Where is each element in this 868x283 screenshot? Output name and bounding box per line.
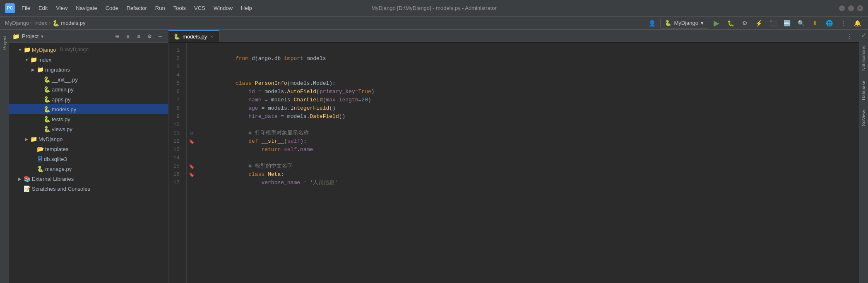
project-side-label[interactable]: Project: [0, 33, 9, 52]
tree-external[interactable]: ▶ 📚 External Libraries: [9, 174, 168, 184]
project-title: Project: [22, 33, 38, 39]
line-numbers: 1 2 3 4 5 6 7 8 9 10 11 12 13 14 15 16 1…: [168, 43, 187, 283]
menu-refactor[interactable]: Refactor: [123, 3, 150, 13]
notifications-button[interactable]: 🔔: [851, 17, 863, 29]
main-layout: Project 📁 Project ▾ ⊕ ≡ ≡ ⚙ ─ ▾ 📁 MyDjan…: [0, 30, 868, 283]
menu-view[interactable]: View: [53, 3, 71, 13]
tree-root[interactable]: ▾ 📁 MyDjango D:\MyDjango: [9, 45, 168, 55]
database-tab[interactable]: Database: [859, 76, 868, 105]
tree-manage[interactable]: 🐍 manage.py: [9, 164, 168, 174]
tab-close-button[interactable]: ×: [209, 33, 214, 40]
code-line-15: class Meta:: [203, 162, 852, 170]
run-options-button[interactable]: ⚡: [753, 17, 765, 29]
editor-options-button[interactable]: ⋮: [844, 31, 856, 42]
tree-tests[interactable]: 🐍 tests.py: [9, 114, 168, 124]
project-tree: ▾ 📁 MyDjango D:\MyDjango ▾ 📁 index ▶ 📁 m…: [9, 43, 168, 283]
notifications-tab[interactable]: Notifications: [859, 41, 868, 76]
tree-apps[interactable]: 🐍 apps.py: [9, 94, 168, 104]
translate-button[interactable]: 🔤: [781, 17, 793, 29]
project-header-icons: ⊕ ≡ ≡ ⚙ ─: [113, 32, 165, 41]
settings-button[interactable]: ≡: [134, 32, 143, 41]
sciview-tab[interactable]: SciView: [859, 105, 868, 131]
toolbar-right: 👤 🐍 MyDjango ▾ ▶ 🐛 ⚙ ⚡ ⬛ 🔤 🔍 ⬆ 🌐 ⋮ 🔔: [646, 17, 863, 29]
tree-scratches[interactable]: 📝 Scratches and Consoles: [9, 184, 168, 194]
tree-migrations[interactable]: ▶ 📁 migrations: [9, 65, 168, 74]
minimize-button[interactable]: ─: [839, 5, 845, 11]
menu-edit[interactable]: Edit: [35, 3, 51, 13]
code-line-3: [203, 63, 852, 71]
breadcrumb-models[interactable]: 🐍 models.py: [52, 20, 85, 26]
tree-db[interactable]: 🗄 db.sqlite3: [9, 154, 168, 164]
menu-run[interactable]: Run: [152, 3, 168, 13]
more-options-button[interactable]: ⋮: [837, 17, 849, 29]
tree-index[interactable]: ▾ 📁 index: [9, 55, 168, 65]
tree-admin[interactable]: 🐍 admin.py: [9, 84, 168, 94]
code-editor: 1 2 3 4 5 6 7 8 9 10 11 12 13 14 15 16 1…: [168, 43, 859, 283]
breadcrumb-bar: MyDjango › index › 🐍 models.py 👤 🐍 MyDja…: [0, 17, 868, 30]
tree-templates[interactable]: 📂 templates: [9, 144, 168, 154]
breadcrumb-sep-2: ›: [49, 20, 50, 26]
scroll-to-source-button[interactable]: ⊕: [113, 32, 122, 41]
tree-mydjango-sub[interactable]: ▶ 📁 MyDjango: [9, 134, 168, 144]
breadcrumb-mydjango[interactable]: MyDjango: [5, 20, 29, 26]
search-button[interactable]: 🔍: [795, 17, 807, 29]
maximize-button[interactable]: □: [848, 5, 854, 11]
project-panel: 📁 Project ▾ ⊕ ≡ ≡ ⚙ ─ ▾ 📁 MyDjango D:\My…: [9, 30, 168, 283]
window-controls: ─ □ ✕: [839, 5, 863, 11]
code-line-14: # 模型的中文名字: [203, 154, 852, 162]
menu-vcs[interactable]: VCS: [191, 3, 209, 13]
menu-navigate[interactable]: Navigate: [72, 3, 100, 13]
breadcrumb-index[interactable]: index: [34, 20, 47, 26]
collapse-all-button[interactable]: ≡: [123, 32, 132, 41]
extra-button[interactable]: 🌐: [823, 17, 835, 29]
editor-area: 🐍 models.py × ⋮ 1 2 3 4 5 6 7 8 9 10: [168, 30, 859, 283]
close-button[interactable]: ✕: [857, 5, 863, 11]
title-bar: PC File Edit View Navigate Code Refactor…: [0, 0, 868, 17]
menu-code[interactable]: Code: [102, 3, 122, 13]
code-check-icon: ✓: [859, 30, 868, 41]
app-logo: PC: [5, 3, 15, 13]
code-content[interactable]: from django.db import models class Perso…: [197, 43, 859, 283]
right-side-panels: ✓ Notifications Database SciView: [859, 30, 868, 283]
code-line-16: verbose_name = '人员信息': [203, 170, 852, 179]
stop-button[interactable]: ⬛: [767, 17, 779, 29]
line-gutter: ○ 🔖 🔖 🔖: [187, 43, 197, 283]
update-button[interactable]: ⬆: [809, 17, 821, 29]
coverage-button[interactable]: ⚙: [739, 17, 750, 29]
menu-tools[interactable]: Tools: [170, 3, 189, 13]
code-line-10: # 打印模型对象显示名称: [203, 121, 852, 129]
gear-button[interactable]: ⚙: [145, 32, 154, 41]
user-button[interactable]: 👤: [646, 17, 658, 29]
debug-button[interactable]: 🐛: [725, 17, 736, 29]
tab-bar: 🐍 models.py × ⋮: [168, 30, 859, 43]
menu-window[interactable]: Window: [210, 3, 236, 13]
project-dropdown-arrow[interactable]: ▾: [41, 34, 43, 39]
tree-init[interactable]: 🐍 __init__.py: [9, 74, 168, 84]
left-panel-toggle: Project: [0, 30, 9, 283]
breadcrumb-sep-1: ›: [31, 20, 33, 26]
close-panel-button[interactable]: ─: [156, 32, 165, 41]
tree-models[interactable]: 🐍 models.py: [9, 104, 168, 114]
code-line-4: class PersonInfo(models.Model):: [203, 71, 852, 79]
code-line-1: from django.db import models: [203, 46, 852, 55]
run-config-button[interactable]: 🐍 MyDjango ▾: [660, 18, 708, 29]
menu-file[interactable]: File: [18, 3, 34, 13]
tree-views[interactable]: 🐍 views.py: [9, 124, 168, 134]
run-button[interactable]: ▶: [711, 17, 722, 29]
window-title: MyDjango [D:\MyDjango] - models.py - Adm…: [371, 5, 497, 11]
tab-models[interactable]: 🐍 models.py ×: [168, 30, 219, 42]
menu-help[interactable]: Help: [238, 3, 255, 13]
project-header: 📁 Project ▾ ⊕ ≡ ≡ ⚙ ─: [9, 30, 168, 43]
